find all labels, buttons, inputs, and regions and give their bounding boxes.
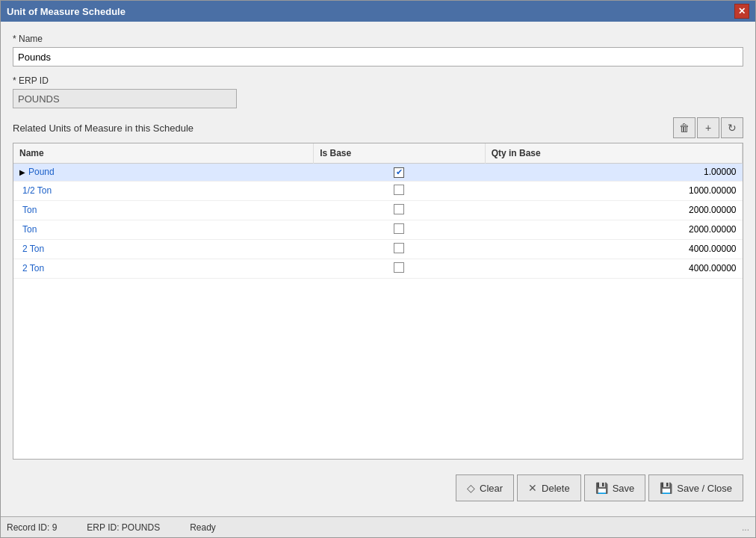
col-name: ▶Pound — [13, 164, 314, 182]
status-dots: ... — [742, 522, 749, 533]
table-row[interactable]: Ton2000.00000 — [13, 200, 743, 220]
save-close-label: Save / Close — [677, 483, 732, 494]
status-left: Record ID: 9 ERP ID: POUNDS Ready — [7, 522, 216, 533]
name-link[interactable]: 2 Ton — [22, 244, 44, 254]
name-link[interactable]: 2 Ton — [22, 263, 44, 273]
isbase-checkbox[interactable] — [394, 223, 404, 234]
table-row[interactable]: Ton2000.00000 — [13, 220, 743, 239]
units-table: Name Is Base Qty in Base ▶Pound✔1.000001… — [13, 143, 743, 279]
erp-id-status: ERP ID: POUNDS — [87, 522, 160, 533]
toolbar-buttons: 🗑 + ↻ — [673, 117, 743, 138]
col-qty: 1.00000 — [485, 164, 742, 182]
erpid-field-group: * ERP ID — [13, 75, 743, 108]
col-name: Ton — [13, 200, 314, 220]
isbase-checkbox[interactable] — [394, 262, 404, 273]
col-isbase — [314, 200, 486, 220]
save-icon: 💾 — [595, 482, 608, 494]
name-field-group: * Name — [13, 34, 743, 67]
name-link[interactable]: Pound — [28, 167, 55, 177]
main-window: Unit of Measure Schedule ✕ * Name * ERP … — [0, 0, 756, 538]
name-link[interactable]: Ton — [22, 205, 37, 215]
col-header-isbase: Is Base — [314, 143, 486, 164]
window-title: Unit of Measure Schedule — [7, 6, 126, 17]
erpid-label: * ERP ID — [13, 75, 743, 86]
col-qty: 4000.00000 — [485, 259, 742, 278]
save-close-button[interactable]: 💾 Save / Close — [648, 474, 743, 501]
delete-icon: ✕ — [528, 482, 537, 494]
col-name: 2 Ton — [13, 259, 314, 278]
col-header-qty: Qty in Base — [485, 143, 742, 164]
delete-row-button[interactable]: 🗑 — [673, 117, 695, 138]
table-row[interactable]: 2 Ton4000.00000 — [13, 259, 743, 278]
col-isbase — [314, 259, 486, 278]
col-isbase — [314, 239, 486, 259]
col-isbase: ✔ — [314, 164, 486, 182]
checkmark: ✔ — [396, 167, 403, 177]
close-button[interactable]: ✕ — [734, 4, 749, 19]
clear-label: Clear — [480, 483, 503, 494]
col-qty: 4000.00000 — [485, 239, 742, 259]
table-body: ▶Pound✔1.000001/2 Ton1000.00000Ton2000.0… — [13, 164, 743, 279]
name-link[interactable]: 1/2 Ton — [22, 185, 52, 196]
add-row-button[interactable]: + — [697, 117, 719, 138]
status-text: Ready — [190, 522, 216, 533]
col-qty: 2000.00000 — [485, 220, 742, 239]
table-row[interactable]: 1/2 Ton1000.00000 — [13, 181, 743, 200]
footer-buttons: ◇ Clear ✕ Delete 💾 Save 💾 Save / Close — [13, 469, 743, 504]
erpid-input — [13, 89, 237, 108]
isbase-checkbox[interactable]: ✔ — [394, 167, 404, 178]
col-name: Ton — [13, 220, 314, 239]
table-row[interactable]: 2 Ton4000.00000 — [13, 239, 743, 259]
isbase-checkbox[interactable] — [394, 204, 404, 214]
clear-icon: ◇ — [467, 482, 475, 494]
related-section: Related Units of Measure in this Schedul… — [13, 117, 743, 460]
related-header: Related Units of Measure in this Schedul… — [13, 117, 743, 138]
main-content: * Name * ERP ID Related Units of Measure… — [1, 22, 755, 516]
col-qty: 1000.00000 — [485, 181, 742, 200]
col-name: 1/2 Ton — [13, 181, 314, 200]
table-container: Name Is Base Qty in Base ▶Pound✔1.000001… — [13, 143, 743, 460]
name-label: * Name — [13, 34, 743, 44]
save-label: Save — [613, 483, 635, 494]
row-indicator: ▶ — [19, 168, 25, 176]
table-header-row: Name Is Base Qty in Base — [13, 143, 743, 164]
col-qty: 2000.00000 — [485, 200, 742, 220]
delete-button[interactable]: ✕ Delete — [517, 474, 581, 501]
name-input[interactable] — [13, 47, 743, 67]
name-link[interactable]: Ton — [22, 224, 37, 235]
clear-button[interactable]: ◇ Clear — [456, 474, 514, 501]
save-button[interactable]: 💾 Save — [584, 474, 646, 501]
col-isbase — [314, 220, 486, 239]
save-close-icon: 💾 — [660, 482, 672, 494]
status-bar: Record ID: 9 ERP ID: POUNDS Ready ... — [1, 516, 755, 537]
isbase-checkbox[interactable] — [394, 185, 404, 195]
record-id: Record ID: 9 — [7, 522, 57, 533]
title-bar: Unit of Measure Schedule ✕ — [1, 1, 755, 22]
isbase-checkbox[interactable] — [394, 243, 404, 253]
table-row[interactable]: ▶Pound✔1.00000 — [13, 164, 743, 182]
delete-label: Delete — [542, 483, 570, 494]
related-label: Related Units of Measure in this Schedul… — [13, 123, 193, 134]
col-isbase — [314, 181, 486, 200]
refresh-button[interactable]: ↻ — [721, 117, 743, 138]
col-name: 2 Ton — [13, 239, 314, 259]
col-header-name: Name — [13, 143, 314, 164]
